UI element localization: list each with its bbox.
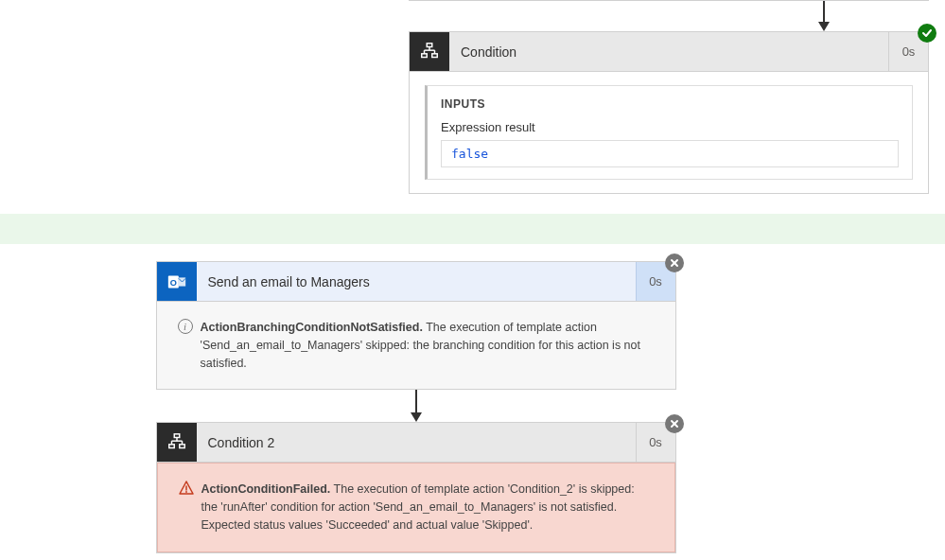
- inputs-panel: INPUTS Expression result false: [425, 85, 913, 180]
- svg-rect-14: [174, 434, 180, 438]
- svg-point-22: [185, 491, 187, 493]
- info-icon: i: [178, 319, 193, 334]
- inputs-panel-title: INPUTS: [441, 97, 899, 111]
- condition2-card-header[interactable]: Condition 2 0s: [157, 423, 675, 463]
- flow-connector-2: [411, 390, 422, 422]
- condition-icon-2: [157, 423, 197, 462]
- email-card-header[interactable]: O Send an email to Managers 0s: [157, 262, 675, 302]
- expression-result-value: false: [451, 147, 488, 161]
- condition-card-header[interactable]: Condition 0s: [410, 32, 928, 72]
- condition-card[interactable]: Condition 0s INPUTS Expression result fa…: [409, 31, 929, 194]
- outlook-icon: O: [157, 262, 197, 301]
- email-skip-message: ActionBranchingConditionNotSatisfied. Th…: [201, 319, 655, 372]
- condition2-card[interactable]: Condition 2 0s ActionConditionFailed. Th…: [156, 422, 676, 552]
- condition2-card-title: Condition 2: [197, 423, 636, 462]
- branch-band: [0, 214, 945, 244]
- svg-rect-19: [168, 445, 174, 448]
- expression-result-value-box: false: [441, 140, 899, 167]
- status-skipped-icon: [665, 254, 684, 272]
- condition-icon: [410, 32, 449, 71]
- svg-rect-0: [427, 43, 432, 46]
- status-success-icon: [918, 24, 936, 43]
- svg-rect-5: [422, 53, 428, 57]
- warning-icon: [179, 481, 194, 496]
- condition-card-title: Condition: [449, 32, 888, 71]
- email-card-title: Send an email to Managers: [197, 262, 636, 301]
- condition2-fail-message: ActionConditionFailed. The execution of …: [201, 481, 654, 534]
- svg-rect-20: [179, 445, 184, 448]
- status-skipped-icon-2: [665, 414, 684, 433]
- svg-rect-6: [432, 53, 438, 57]
- expression-result-label: Expression result: [441, 120, 899, 134]
- flow-connector: [702, 1, 945, 31]
- svg-text:O: O: [169, 277, 176, 287]
- email-card[interactable]: O Send an email to Managers 0s i ActionB…: [156, 261, 676, 390]
